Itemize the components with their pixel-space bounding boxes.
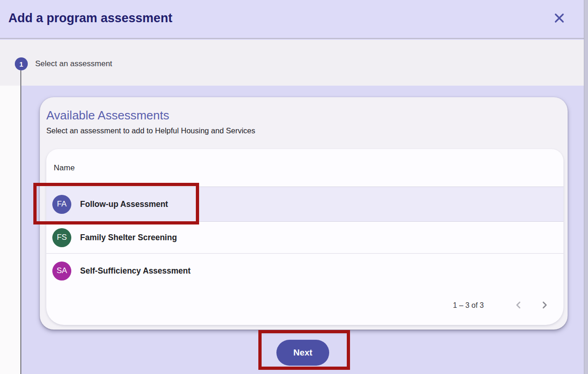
modal-title: Add a program assessment: [8, 11, 172, 25]
stepper-gutter: [0, 86, 20, 374]
avatar: SA: [52, 262, 71, 280]
pagination-next-button[interactable]: [538, 299, 550, 312]
assessment-name: Family Shelter Screening: [80, 233, 177, 243]
table-row-family-shelter-screening[interactable]: FS Family Shelter Screening: [46, 222, 563, 254]
chevron-right-icon: [540, 301, 549, 311]
pagination-prev-button[interactable]: [513, 299, 525, 312]
stepper-connector-line: [20, 70, 21, 374]
modal-header: Add a program assessment: [0, 0, 588, 39]
vertical-scrollbar[interactable]: [584, 0, 588, 374]
chevron-left-icon: [514, 301, 523, 311]
step-number-badge: 1: [15, 57, 28, 70]
assessment-name: Self-Sufficiency Assessment: [80, 266, 191, 276]
avatar: FS: [52, 228, 71, 247]
next-button[interactable]: Next: [276, 340, 329, 366]
pagination: 1 – 3 of 3: [453, 296, 550, 315]
stepper-band: 1 Select an assessment: [0, 40, 588, 86]
table-row-follow-up-assessment[interactable]: FA Follow-up Assessment: [46, 187, 563, 222]
add-program-assessment-modal: Add a program assessment 1 Select an ass…: [0, 0, 588, 374]
card-subtitle: Select an assessment to add to Helpful H…: [46, 126, 255, 135]
close-button[interactable]: [554, 12, 567, 25]
card-title: Available Assessments: [46, 108, 169, 123]
available-assessments-card: Available Assessments Select an assessme…: [40, 97, 568, 330]
close-icon: [554, 12, 567, 24]
assessment-name: Follow-up Assessment: [80, 199, 168, 209]
assessments-table: Name FA Follow-up Assessment FS Family S…: [46, 149, 563, 325]
table-row-self-sufficiency-assessment[interactable]: SA Self-Sufficiency Assessment: [46, 254, 563, 288]
pagination-range-label: 1 – 3 of 3: [453, 301, 484, 310]
step-label: Select an assessment: [35, 59, 112, 69]
table-column-header-name: Name: [46, 149, 563, 187]
avatar: FA: [52, 195, 71, 214]
